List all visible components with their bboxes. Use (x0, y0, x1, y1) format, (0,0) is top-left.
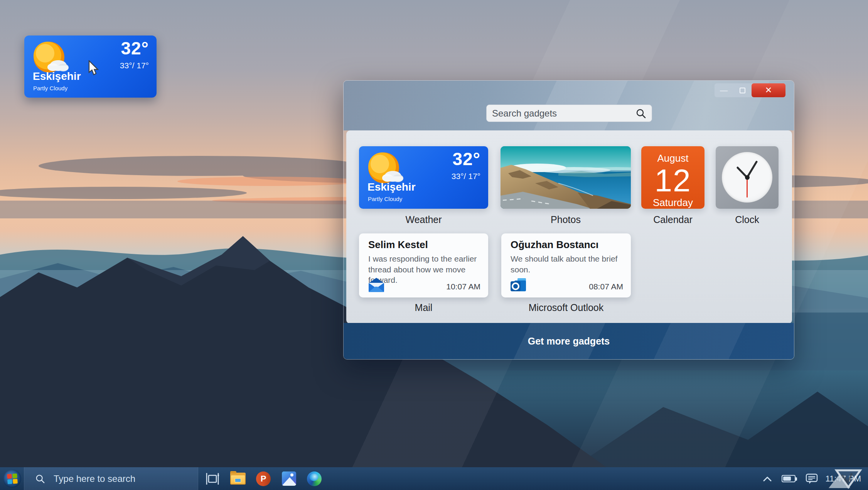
get-more-gadgets-link[interactable]: Get more gadgets (344, 323, 794, 359)
photos-app-icon (282, 471, 296, 486)
clock-face (722, 152, 772, 203)
window-footer: Get more gadgets (344, 323, 794, 359)
gadget-label-photos: Photos (501, 214, 631, 225)
notification-button[interactable] (801, 467, 823, 490)
gadget-outlook[interactable]: Oğuzhan Bostancı We should talk about th… (501, 233, 631, 297)
maximize-icon (740, 88, 745, 93)
weather-high-low: 33°/ 17° (452, 172, 480, 181)
edge-button[interactable] (306, 471, 322, 487)
tray-chevron-button[interactable] (758, 467, 777, 490)
outlook-time: 08:07 AM (589, 282, 623, 291)
battery-status[interactable] (777, 467, 801, 490)
taskbar-pinned-apps: P (204, 467, 322, 490)
desktop: 32° 33°/ 17° Eskişehir Partly Cloudy — ✕ (0, 0, 868, 490)
file-explorer-icon (230, 473, 246, 485)
taskbar-search-input[interactable] (54, 473, 177, 484)
gadget-label-clock: Clock (716, 214, 779, 225)
clock-second-hand (747, 177, 748, 198)
mouse-cursor (87, 60, 101, 76)
gadget-label-mail: Mail (359, 302, 488, 313)
close-icon: ✕ (765, 85, 772, 95)
gadget-search-box[interactable] (486, 105, 652, 122)
outlook-sender: Oğuzhan Bostancı (511, 239, 598, 251)
search-icon[interactable] (635, 108, 646, 119)
comment-icon (806, 473, 818, 484)
gadget-weather[interactable]: 32° 33°/ 17° Eskişehir Partly Cloudy (359, 146, 488, 209)
taskbar: P (0, 467, 868, 490)
weather-temp: 32° (121, 38, 149, 59)
weather-condition: Partly Cloudy (368, 196, 402, 202)
weather-condition: Partly Cloudy (33, 85, 67, 91)
mail-time: 10:07 AM (446, 282, 480, 291)
chevron-up-icon (763, 476, 772, 482)
powerpoint-icon: P (256, 471, 271, 486)
calendar-weekday: Saturday (641, 197, 705, 209)
taskbar-search[interactable] (24, 467, 198, 490)
gadgets-window: — ✕ (343, 80, 794, 360)
gadget-photos[interactable] (501, 146, 631, 209)
gadget-label-weather: Weather (359, 214, 488, 225)
task-view-button[interactable] (204, 471, 221, 487)
minimize-button[interactable]: — (715, 83, 733, 97)
gadget-mail[interactable]: Selim Kestel I was responding to the ear… (359, 233, 488, 297)
edge-icon (307, 471, 322, 486)
photos-app-button[interactable] (281, 471, 297, 487)
task-view-icon (205, 472, 220, 485)
clock-center-cap (745, 175, 750, 180)
weather-city: Eskişehir (367, 181, 416, 193)
weather-city: Eskişehir (33, 70, 81, 83)
start-button[interactable] (3, 470, 21, 488)
window-controls: — ✕ (715, 83, 785, 97)
maximize-button[interactable] (733, 83, 752, 97)
outlook-icon (510, 277, 528, 293)
close-button[interactable]: ✕ (752, 83, 785, 97)
weather-high-low: 33°/ 17° (120, 61, 149, 70)
gadget-search-input[interactable] (492, 108, 635, 119)
taskbar-clock[interactable]: 11:47 PM (823, 474, 868, 484)
battery-icon (782, 475, 796, 482)
mail-icon (367, 277, 385, 293)
powerpoint-button[interactable]: P (255, 471, 271, 487)
gadget-calendar[interactable]: August 12 Saturday (641, 146, 705, 209)
photos-thumbnail (501, 146, 631, 209)
gadgets-panel: 32° 33°/ 17° Eskişehir Partly Cloudy Wea… (346, 130, 792, 324)
outlook-preview: We should talk about the brief soon. (511, 253, 624, 275)
system-tray: 11:47 PM (758, 467, 868, 490)
file-explorer-button[interactable] (230, 471, 246, 487)
calendar-day: 12 (641, 164, 705, 197)
gadget-label-outlook: Microsoft Outlook (501, 302, 631, 313)
minimize-icon: — (720, 86, 728, 95)
mail-sender: Selim Kestel (368, 239, 428, 251)
gadget-clock[interactable] (716, 146, 779, 209)
windows-logo-icon (7, 473, 18, 484)
gadget-label-calendar: Calendar (641, 214, 705, 225)
weather-temp: 32° (452, 149, 480, 169)
search-icon (35, 474, 45, 484)
